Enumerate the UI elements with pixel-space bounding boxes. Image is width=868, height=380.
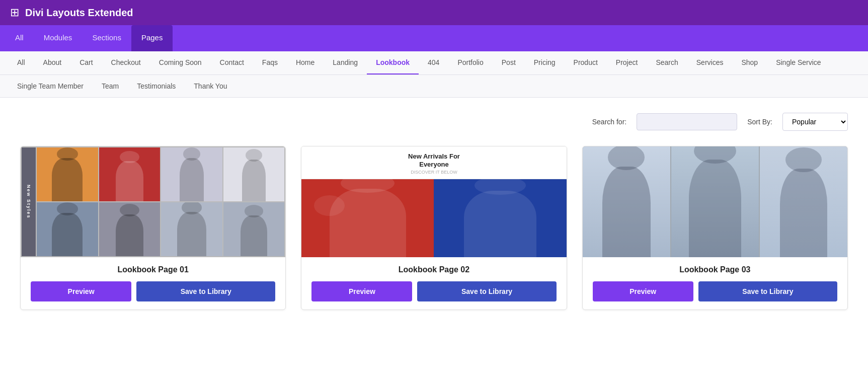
primary-nav-pages[interactable]: Pages	[131, 25, 173, 51]
cards-grid: New Styles	[20, 146, 848, 310]
card3-col1	[583, 146, 670, 257]
secondary-nav-post[interactable]: Post	[493, 51, 525, 74]
card-lookbook-02: New Arrivals For Everyone DISCOVER IT BE…	[301, 146, 567, 310]
app-logo-icon: ⊞	[10, 6, 19, 19]
card-title-01: Lookbook Page 01	[31, 265, 275, 274]
secondary-nav-pricing[interactable]: Pricing	[525, 51, 565, 74]
card1-cell8	[223, 202, 285, 256]
search-input[interactable]	[637, 113, 737, 130]
primary-nav-all[interactable]: All	[5, 25, 34, 51]
preview-button-02[interactable]: Preview	[311, 281, 412, 301]
card1-sidebar-text: New Styles	[22, 147, 36, 256]
card-lookbook-01: New Styles	[20, 146, 286, 310]
tertiary-nav-team[interactable]: Team	[93, 75, 128, 97]
card1-cell7	[161, 202, 222, 256]
secondary-nav-contact[interactable]: Contact	[211, 51, 253, 74]
sort-label: Sort By:	[747, 118, 772, 126]
preview-button-01[interactable]: Preview	[31, 281, 131, 301]
card-preview-02: New Arrivals For Everyone DISCOVER IT BE…	[301, 146, 566, 257]
card2-left-panel	[301, 179, 434, 257]
sort-select[interactable]: Popular Newest Oldest	[782, 113, 848, 131]
card-lookbook-03: Lookbook Page 03 Preview Save to Library	[582, 146, 848, 310]
secondary-nav-checkout[interactable]: Checkout	[102, 51, 150, 74]
secondary-nav-landing[interactable]: Landing	[324, 51, 367, 74]
card-info-03: Lookbook Page 03 Preview Save to Library	[583, 257, 847, 310]
tertiary-nav-single-team-member[interactable]: Single Team Member	[8, 75, 93, 97]
tertiary-nav-thank-you[interactable]: Thank You	[185, 75, 236, 97]
app-header: ⊞ Divi Layouts Extended	[0, 0, 868, 25]
secondary-nav-portfolio[interactable]: Portfolio	[448, 51, 492, 74]
secondary-nav-lookbook[interactable]: Lookbook	[367, 51, 419, 74]
card-actions-01: Preview Save to Library	[31, 281, 275, 301]
primary-nav: All Modules Sections Pages	[0, 25, 868, 51]
secondary-nav-shop[interactable]: Shop	[732, 51, 767, 74]
card-title-02: Lookbook Page 02	[311, 265, 556, 274]
secondary-nav-product[interactable]: Product	[565, 51, 607, 74]
app-title: Divi Layouts Extended	[25, 7, 133, 19]
secondary-nav-search[interactable]: Search	[647, 51, 687, 74]
card2-header: New Arrivals For Everyone DISCOVER IT BE…	[301, 146, 566, 179]
primary-nav-sections[interactable]: Sections	[82, 25, 131, 51]
card-actions-02: Preview Save to Library	[311, 281, 556, 301]
search-label: Search for:	[592, 118, 626, 126]
main-content: Search for: Sort By: Popular Newest Olde…	[0, 98, 868, 380]
secondary-nav-about[interactable]: About	[34, 51, 71, 74]
primary-nav-modules[interactable]: Modules	[34, 25, 83, 51]
secondary-nav-single-service[interactable]: Single Service	[767, 51, 830, 74]
secondary-nav-home[interactable]: Home	[287, 51, 324, 74]
card1-cell3	[161, 147, 222, 201]
card1-cell4	[223, 147, 285, 201]
card3-col3	[760, 146, 847, 257]
tertiary-nav-testimonials[interactable]: Testimonials	[128, 75, 185, 97]
secondary-nav-faqs[interactable]: Faqs	[253, 51, 287, 74]
card-info-02: Lookbook Page 02 Preview Save to Library	[301, 257, 566, 310]
secondary-nav-services[interactable]: Services	[687, 51, 733, 74]
card-preview-01: New Styles	[21, 146, 285, 257]
secondary-nav-404[interactable]: 404	[419, 51, 448, 74]
card2-right-panel	[434, 179, 566, 257]
secondary-nav-project[interactable]: Project	[607, 51, 647, 74]
secondary-nav-cart[interactable]: Cart	[70, 51, 102, 74]
save-button-03[interactable]: Save to Library	[698, 281, 837, 301]
card-actions-03: Preview Save to Library	[593, 281, 837, 301]
save-button-01[interactable]: Save to Library	[136, 281, 275, 301]
card1-cell2	[99, 147, 161, 201]
toolbar: Search for: Sort By: Popular Newest Olde…	[20, 113, 848, 131]
card-title-03: Lookbook Page 03	[593, 265, 837, 274]
save-button-02[interactable]: Save to Library	[417, 281, 556, 301]
secondary-nav-coming-soon[interactable]: Coming Soon	[150, 51, 211, 74]
secondary-nav: All About Cart Checkout Coming Soon Cont…	[0, 51, 868, 75]
card1-cell1	[37, 147, 98, 201]
preview-button-03[interactable]: Preview	[593, 281, 693, 301]
card1-cell6	[99, 202, 161, 256]
card-preview-03	[583, 146, 847, 257]
tertiary-nav: Single Team Member Team Testimonials Tha…	[0, 75, 868, 98]
card-info-01: Lookbook Page 01 Preview Save to Library	[21, 257, 285, 310]
card3-col2	[671, 146, 759, 257]
secondary-nav-all[interactable]: All	[8, 51, 34, 74]
card1-cell5	[37, 202, 98, 256]
